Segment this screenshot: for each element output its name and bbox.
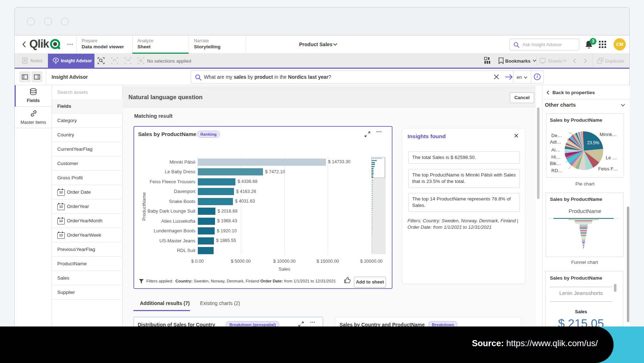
svg-text:23.5%: 23.5% [587, 140, 599, 145]
